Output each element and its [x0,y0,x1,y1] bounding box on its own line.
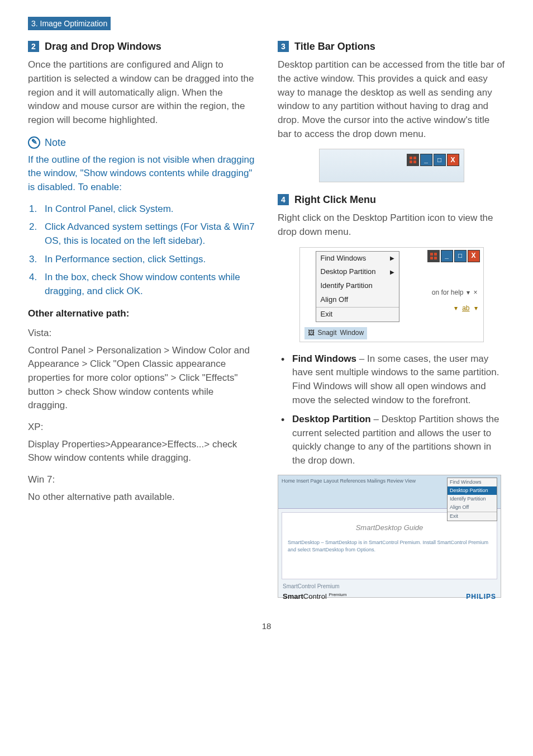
sc-bar: SmartControl Premium [278,583,501,591]
note-icon: ✎ [28,136,40,149]
maximize-icon: □ [434,154,446,166]
smartcontrol-logo: SmartControl Premium [283,592,346,602]
word-ribbon: Home Insert Page Layout References Maili… [278,475,501,509]
maximize-icon: □ [454,250,467,262]
word-footer: SmartControl Premium PHILIPS [278,590,501,603]
svg-rect-2 [410,160,412,163]
heading-title-bar: 3 Title Bar Options [278,39,505,54]
section-header: 3. Image Optimization [28,17,111,30]
titlebar-screenshot: _ □ X [319,149,464,182]
help-bar: on for help▾× [432,288,478,297]
svg-rect-5 [434,253,437,256]
heading-right-click: 4 Right Click Menu [278,192,505,207]
title-bar-body: Desktop partition can be accessed from t… [278,58,505,141]
page-number: 18 [28,620,505,632]
svg-rect-0 [410,157,412,159]
heading-drag-drop: 2 Drag and Drop Windows [28,39,255,54]
heading-title-bar-title: Title Bar Options [294,39,375,54]
menu-item-identify-partition: Identify Partition [316,279,399,293]
context-menu-screenshot: Find Windows▶ Desktop Partition▶ Identif… [299,247,484,342]
xp-label: XP: [28,420,255,434]
partition-grid-icon [407,154,419,166]
bullet-find-windows: Find Windows – In some cases, the user m… [278,352,505,408]
step-item: In Control Panel, click System. [28,202,255,216]
win7-label: Win 7: [28,473,255,487]
svg-rect-4 [430,253,433,256]
svg-rect-1 [413,157,416,159]
menu-item-find-windows: Find Windows▶ [316,252,399,266]
taskbar: 🖼 Snagit Window [304,327,368,339]
right-column: 3 Title Bar Options Desktop partition ca… [278,36,505,597]
svg-rect-7 [434,257,437,259]
left-column: 2 Drag and Drop Windows Once the partiti… [28,36,255,597]
context-menu: Find Windows▶ Desktop Partition▶ Identif… [316,251,399,322]
bullet-desktop-partition: Desktop Partition – Desktop Partition sh… [278,413,505,468]
right-click-body: Right click on the Desktop Partition ico… [278,211,505,239]
taskbar-snagit: Snagit [318,328,337,338]
word-screenshot: Home Insert Page Layout References Maili… [278,475,501,598]
vista-body: Control Panel > Personalization > Window… [28,344,255,413]
heading-right-click-title: Right Click Menu [294,192,376,207]
taskbar-window: Window [340,328,364,338]
word-document-area: SmartDesktop Guide SmartDesktop – SmartD… [282,512,497,579]
drag-drop-body: Once the partitions are configured and A… [28,58,255,127]
doc-title: SmartDesktop Guide [288,523,491,533]
mini-toolbar: ▾ab▾ [454,304,477,313]
close-icon: X [447,154,459,166]
vista-label: Vista: [28,327,255,341]
partition-grid-icon [427,250,440,262]
close-icon: X [468,250,480,262]
step-item: In Performance section, click Settings. [28,253,255,267]
minimize-icon: _ [441,250,453,262]
note-heading: ✎ Note [28,135,255,150]
step-item: In the box, check Show window contents w… [28,271,255,298]
enable-steps-list: In Control Panel, click System. Click Ad… [28,202,255,299]
note-body: If the outline of the region is not visi… [28,153,255,195]
minimize-icon: _ [420,154,432,166]
feature-bullet-list: Find Windows – In some cases, the user m… [278,352,505,468]
doc-body-line: SmartDesktop – SmartDesktop is in SmartC… [288,539,491,554]
xp-body: Display Properties>Appearance>Effects...… [28,438,255,465]
snagit-icon: 🖼 [308,328,315,338]
svg-rect-3 [413,160,416,163]
win7-body: No other alternative path available. [28,490,255,504]
note-label: Note [45,135,66,150]
alt-path-heading: Other alternative path: [28,307,255,321]
ribbon-side-menu: Find Windows Desktop Partition Identify … [447,478,497,521]
step-number-4: 4 [278,194,289,205]
heading-drag-drop-title: Drag and Drop Windows [45,39,161,54]
menu-item-align-off: Align Off [316,293,399,307]
philips-logo: PHILIPS [466,592,496,602]
menu-item-desktop-partition: Desktop Partition▶ [316,265,399,279]
svg-rect-6 [430,257,433,259]
step-number-3: 3 [278,41,289,52]
step-number-2: 2 [28,41,39,52]
step-item: Click Advanced system settings (For Vist… [28,220,255,248]
menu-item-exit: Exit [316,307,399,322]
